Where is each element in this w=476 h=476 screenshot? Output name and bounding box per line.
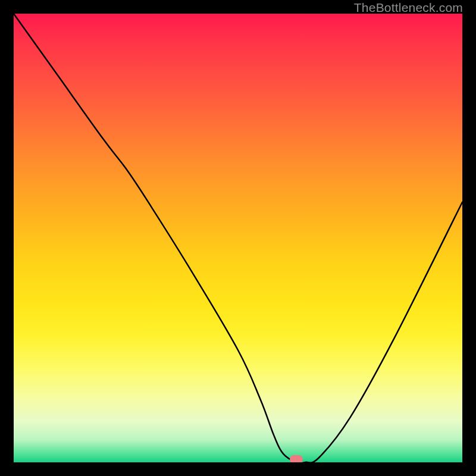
bottleneck-curve xyxy=(14,14,462,462)
plot-area xyxy=(14,14,462,462)
optimum-marker xyxy=(290,455,303,462)
watermark-text: TheBottleneck.com xyxy=(354,1,463,15)
chart-frame: TheBottleneck.com xyxy=(0,0,476,476)
